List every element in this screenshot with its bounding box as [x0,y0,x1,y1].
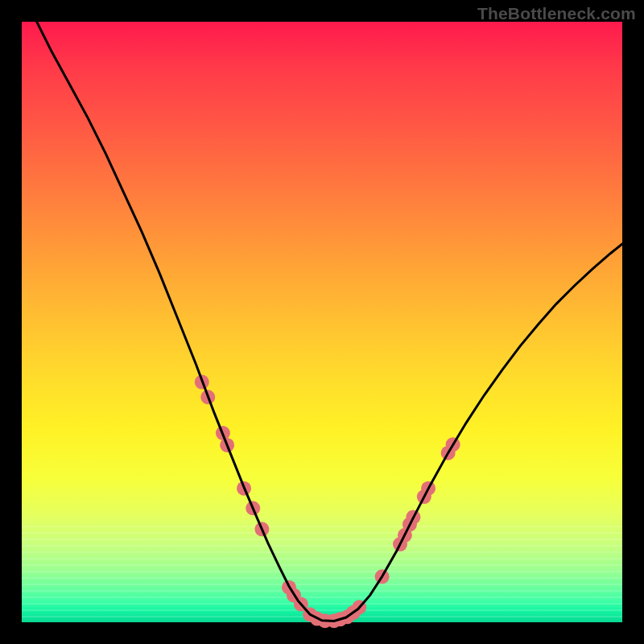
marker-group [195,375,460,629]
chart-svg [22,22,622,622]
plot-area [22,22,622,622]
watermark-label: TheBottleneck.com [477,4,636,23]
chart-frame: TheBottleneck.com [0,0,644,644]
bottleneck-curve [22,0,622,621]
